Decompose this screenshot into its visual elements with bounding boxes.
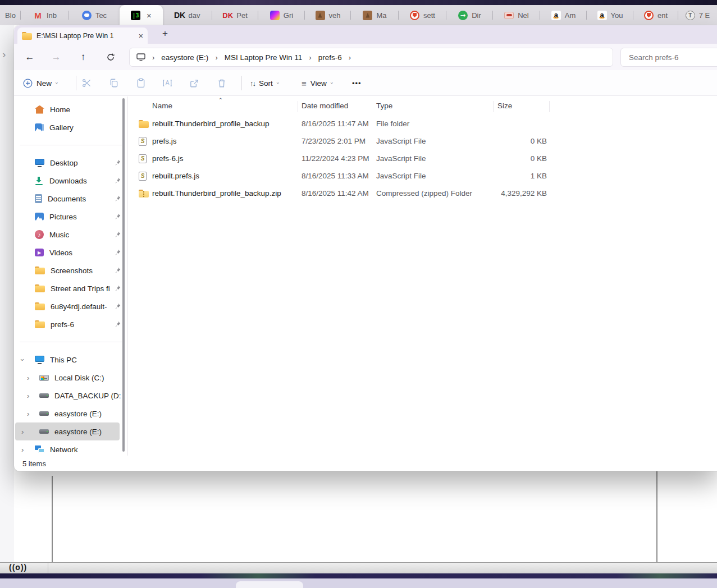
external-drive-icon xyxy=(39,393,49,398)
column-divider[interactable] xyxy=(549,101,550,112)
cut-button[interactable] xyxy=(79,75,95,91)
sidebar-item-videos[interactable]: ▶ Videos xyxy=(14,244,127,261)
new-button-label: New xyxy=(36,79,52,88)
breadcrumb-item[interactable]: prefs-6 xyxy=(318,53,342,62)
file-row[interactable]: rebuilt.Thunderbird_profile_backup 8/16/… xyxy=(127,115,689,132)
browser-tab[interactable]: ➝Dir xyxy=(446,5,493,25)
browser-tab[interactable]: sett xyxy=(399,5,446,25)
sidebar-item-screenshots[interactable]: Screenshots xyxy=(14,261,127,279)
browser-tab[interactable]: ent xyxy=(633,5,678,25)
sidebar-item-this-pc[interactable]: › This PC xyxy=(14,351,127,369)
sidebar-divider xyxy=(20,145,122,145)
sidebar-scrollbar[interactable] xyxy=(122,98,125,452)
sidebar-item-street-and-trips[interactable]: Street and Trips fi xyxy=(14,279,127,297)
sidebar-item-local-disk-c[interactable]: › Local Disk (C:) xyxy=(14,369,127,387)
browser-tab[interactable]: Gri xyxy=(258,5,305,25)
column-header-type[interactable]: Type xyxy=(376,102,485,110)
more-options-button[interactable]: ••• xyxy=(352,74,362,92)
bottom-bar-divider xyxy=(48,563,48,573)
sidebar-item-data-backup-d[interactable]: › DATA_BACKUP (D: xyxy=(14,387,127,405)
explorer-tab-close-icon[interactable]: × xyxy=(139,31,143,40)
search-input[interactable]: Search prefs-6 xyxy=(620,48,717,67)
chevron-right-icon[interactable]: › xyxy=(27,392,29,400)
sidebar-item-gallery[interactable]: Gallery xyxy=(14,118,127,136)
browser-tab[interactable]: MInb xyxy=(21,5,69,25)
chevron-right-icon[interactable]: › xyxy=(215,53,217,62)
chevron-right-icon[interactable]: › xyxy=(21,428,24,436)
new-button[interactable]: New › xyxy=(23,74,57,92)
music-icon: ♪ xyxy=(35,230,44,239)
chevron-right-icon[interactable]: › xyxy=(27,374,29,382)
sidebar-item-profile-folder[interactable]: 6u8y4rdj.default- xyxy=(14,297,127,315)
column-headers: Name Date modified Type Size › xyxy=(127,97,689,115)
explorer-tab[interactable]: E:\MSI Laptop Pre Win 1 × xyxy=(17,27,148,44)
up-button[interactable]: ↑ xyxy=(74,48,92,66)
sidebar-item-documents[interactable]: Documents xyxy=(14,190,127,208)
sidebar-divider xyxy=(20,342,122,342)
refresh-button[interactable] xyxy=(102,48,120,66)
sort-button[interactable]: ↑↓ Sort › xyxy=(250,74,278,92)
column-header-size[interactable]: Size xyxy=(485,102,547,110)
column-header-date[interactable]: Date modified xyxy=(294,102,376,110)
browser-tab[interactable]: aYou xyxy=(587,5,633,25)
browser-tab[interactable]: Nel xyxy=(493,5,540,25)
column-divider[interactable] xyxy=(493,101,494,112)
sidebar-item-music[interactable]: ♪ Music xyxy=(14,226,127,244)
delete-button[interactable] xyxy=(213,75,230,91)
browser-tab[interactable]: T7 E xyxy=(678,5,717,25)
file-row[interactable]: rebuilt.Thunderbird_profile_backup.zip 8… xyxy=(127,185,689,202)
sidebar-item-home[interactable]: Home xyxy=(14,100,127,118)
chevron-down-icon[interactable]: › xyxy=(19,359,27,361)
back-button[interactable]: ← xyxy=(21,48,39,66)
sidebar-item-easystore-e[interactable]: › easystore (E:) xyxy=(14,405,127,422)
sidebar-item-downloads[interactable]: Downloads xyxy=(14,172,127,190)
pin-icon xyxy=(114,321,121,328)
sidebar-item-prefs-6[interactable]: prefs-6 xyxy=(14,315,127,333)
rename-button[interactable]: A xyxy=(159,75,176,91)
chevron-right-icon[interactable]: › xyxy=(27,410,29,418)
pin-icon xyxy=(114,213,121,220)
browser-tab[interactable]: Tec xyxy=(69,5,120,25)
paste-button[interactable] xyxy=(133,75,149,91)
browser-tab[interactable]: Blo xyxy=(0,5,21,25)
folder-icon xyxy=(35,320,45,328)
column-divider[interactable] xyxy=(298,101,298,112)
sidebar-item-pictures[interactable]: Pictures xyxy=(14,208,127,226)
browser-tab[interactable]: DKPet xyxy=(212,5,258,25)
tab-label: Nel xyxy=(518,11,529,20)
sidebar-item-network[interactable]: › Network xyxy=(14,440,127,456)
sidebar-item-label: Desktop xyxy=(50,159,78,167)
chevron-right-icon[interactable]: › xyxy=(309,53,311,62)
file-row[interactable]: S prefs.js 7/23/2025 2:01 PM JavaScript … xyxy=(127,132,689,150)
pin-icon xyxy=(114,267,121,274)
browser-tab[interactable]: Ma xyxy=(351,5,399,25)
column-header-name[interactable]: Name xyxy=(152,102,294,110)
chevron-right-icon[interactable]: › xyxy=(349,53,351,62)
sidebar-item-label: Home xyxy=(50,105,70,114)
sidebar-item-easystore-e-selected[interactable]: › easystore (E:) xyxy=(15,422,120,440)
share-button[interactable] xyxy=(186,75,203,91)
file-row[interactable]: S prefs-6.js 11/22/2024 4:23 PM JavaScri… xyxy=(127,150,689,167)
view-button[interactable]: ≡ View › xyxy=(302,74,332,92)
breadcrumb-item[interactable]: easystore (E:) xyxy=(161,53,208,62)
file-row[interactable]: S rebuilt.prefs.js 8/16/2025 11:33 AM Ja… xyxy=(127,167,689,185)
sidebar-item-desktop[interactable]: Desktop xyxy=(14,154,127,172)
explorer-new-tab-button[interactable]: + xyxy=(162,28,168,39)
forward-button[interactable]: → xyxy=(47,48,65,66)
javascript-file-icon: S xyxy=(139,154,147,163)
external-drive-icon xyxy=(39,411,49,416)
browser-tab[interactable]: aAm xyxy=(540,5,587,25)
browser-tab[interactable]: veh xyxy=(305,5,351,25)
browser-tab-active[interactable]: |3× xyxy=(120,5,163,25)
copy-button[interactable] xyxy=(106,75,122,91)
panel-expand-chevron-icon[interactable]: › xyxy=(2,48,6,61)
sidebar-item-label: Screenshots xyxy=(51,267,93,275)
colorful-app-icon xyxy=(270,11,280,20)
chevron-right-icon[interactable]: › xyxy=(21,445,24,454)
tab-label: Blo xyxy=(5,11,16,20)
browser-tab[interactable]: DKdav xyxy=(163,5,212,25)
breadcrumb[interactable]: › easystore (E:) › MSI Laptop Pre Win 11… xyxy=(129,48,613,67)
tab-close-icon[interactable]: × xyxy=(147,11,152,20)
breadcrumb-item[interactable]: MSI Laptop Pre Win 11 xyxy=(225,53,303,62)
column-divider[interactable] xyxy=(381,101,381,112)
